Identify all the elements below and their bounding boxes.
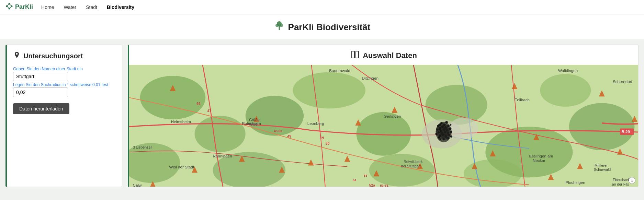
svg-text:B 29: B 29 xyxy=(621,129,630,134)
svg-point-15 xyxy=(140,76,206,119)
content-area: Untersuchungsort Geben Sie den Namen ein… xyxy=(0,39,644,192)
svg-text:Weil der Stadt: Weil der Stadt xyxy=(169,165,194,169)
svg-text:47: 47 xyxy=(207,109,212,113)
svg-text:Schorndorf: Schorndorf xyxy=(613,79,633,84)
brand-logo[interactable]: ParKli xyxy=(5,2,33,12)
svg-rect-13 xyxy=(356,51,359,58)
city-label: Geben Sie den Namen einer Stadt ein xyxy=(13,67,83,71)
svg-text:49: 49 xyxy=(287,134,291,138)
svg-line-5 xyxy=(9,4,12,6)
svg-rect-11 xyxy=(279,26,280,30)
svg-rect-12 xyxy=(352,51,354,58)
radius-label: Legen Sie den Suchradius in ° schrittwei… xyxy=(13,82,108,87)
svg-line-4 xyxy=(7,4,9,6)
svg-text:Mittlerer: Mittlerer xyxy=(595,163,608,167)
svg-text:Renningen: Renningen xyxy=(213,154,232,158)
svg-text:52a: 52a xyxy=(369,183,375,187)
svg-text:Plochingen: Plochingen xyxy=(565,180,585,185)
city-input[interactable] xyxy=(13,72,68,81)
svg-text:Waiblingen: Waiblingen xyxy=(558,68,578,73)
svg-text:Esslingen am: Esslingen am xyxy=(529,154,553,158)
page-header-icon xyxy=(274,21,285,34)
svg-text:53-51: 53-51 xyxy=(380,184,388,187)
svg-point-18 xyxy=(293,72,365,108)
svg-text:19: 19 xyxy=(320,136,324,140)
download-button[interactable]: Daten herunterladen xyxy=(13,103,69,114)
map-info-button[interactable]: ℹ xyxy=(629,177,635,184)
page-header: ParKli Biodiversität xyxy=(0,14,644,39)
map-container[interactable]: Bauernwald Ditzingen Waiblingen Schorndo… xyxy=(129,65,638,187)
svg-point-80 xyxy=(450,124,451,126)
svg-text:Leonberg: Leonberg xyxy=(307,121,324,126)
info-icon: ℹ xyxy=(631,178,633,183)
svg-text:53: 53 xyxy=(364,174,368,177)
svg-point-26 xyxy=(369,154,435,187)
page-title: ParKli Biodiversität xyxy=(288,22,371,33)
svg-point-23 xyxy=(540,74,591,107)
section-title: Auswahl Daten xyxy=(129,45,638,65)
radius-input[interactable] xyxy=(13,87,68,97)
nav-biodiversity[interactable]: Biodiversity xyxy=(105,4,136,11)
svg-point-16 xyxy=(195,116,246,152)
nav-stadt[interactable]: Stadt xyxy=(84,4,99,11)
svg-line-7 xyxy=(9,6,12,9)
svg-text:Ditzingen: Ditzingen xyxy=(362,76,378,80)
navbar: ParKli Home Water Stadt Biodiversity xyxy=(0,0,644,14)
location-icon xyxy=(13,51,21,61)
svg-point-9 xyxy=(275,24,279,27)
svg-text:51: 51 xyxy=(353,178,357,182)
svg-text:50: 50 xyxy=(326,141,330,145)
brand-label: ParKli xyxy=(15,3,33,11)
svg-text:Fellbach: Fellbach xyxy=(515,97,530,102)
svg-line-6 xyxy=(7,6,9,9)
svg-text:Schurwald: Schurwald xyxy=(594,167,611,172)
svg-text:Heimsheim: Heimsheim xyxy=(171,119,191,124)
nav-home[interactable]: Home xyxy=(40,4,55,11)
panel-title-text: Untersuchungsort xyxy=(23,52,83,60)
svg-text:Rotwildpark: Rotwildpark xyxy=(404,160,423,164)
svg-text:bei Stuttgart: bei Stuttgart xyxy=(401,164,421,168)
svg-text:Wald: Wald xyxy=(249,122,257,126)
svg-point-10 xyxy=(280,24,283,27)
svg-text:d Liebenzell: d Liebenzell xyxy=(133,145,152,149)
book-icon xyxy=(350,50,360,61)
svg-text:Neckar: Neckar xyxy=(533,158,545,163)
panel-title: Untersuchungsort xyxy=(13,51,116,61)
svg-point-20 xyxy=(426,85,487,125)
brand-icon xyxy=(5,2,13,12)
right-panel: Auswahl Daten xyxy=(128,45,639,187)
svg-point-29 xyxy=(449,118,478,140)
section-title-text: Auswahl Daten xyxy=(363,51,417,60)
svg-text:an der Fils: an der Fils xyxy=(612,182,629,186)
svg-text:Größer: Größer xyxy=(249,118,261,122)
svg-text:48-50: 48-50 xyxy=(274,129,282,133)
svg-point-83 xyxy=(440,127,451,140)
left-panel: Untersuchungsort Geben Sie den Namen ein… xyxy=(5,45,122,187)
svg-text:Gerlingen: Gerlingen xyxy=(384,114,401,118)
svg-text:Calw: Calw xyxy=(133,183,142,187)
svg-text:Ebersbach: Ebersbach xyxy=(613,178,630,182)
svg-text:Bauernwald: Bauernwald xyxy=(329,68,350,73)
nav-water[interactable]: Water xyxy=(62,4,78,11)
svg-point-22 xyxy=(569,103,635,150)
map-svg: Bauernwald Ditzingen Waiblingen Schorndo… xyxy=(129,65,638,187)
svg-text:46: 46 xyxy=(196,102,201,106)
